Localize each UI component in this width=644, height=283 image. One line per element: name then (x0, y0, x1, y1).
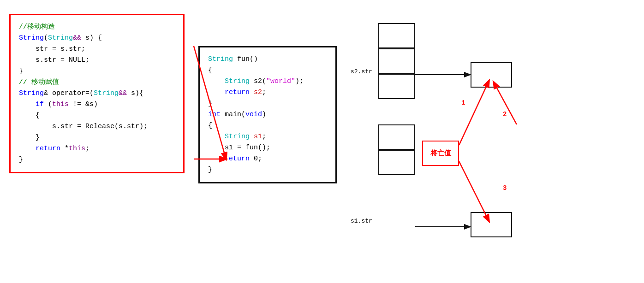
s2-str-label: s2.str (351, 68, 372, 75)
stack-block-s1 (378, 124, 415, 150)
main-container: //移动构造 String(String&& s) { str = s.str;… (0, 0, 644, 283)
left-code-box: //移动构造 String(String&& s) { str = s.str;… (9, 14, 185, 173)
diagram-area: s2.str s1.str 将亡值 1 2 3 (351, 14, 544, 281)
heap-block-s1 (471, 212, 512, 237)
code-line: String s2("world"); (208, 76, 327, 87)
code-line: str = s.str; (19, 44, 175, 55)
stack-block-bottom (378, 150, 415, 175)
code-line: } (19, 154, 175, 165)
code-line: { (208, 120, 327, 131)
code-line: } (19, 66, 175, 77)
heap-block-s2 (471, 62, 512, 88)
code-line: } (19, 132, 175, 143)
code-line: String(String&& s) { (19, 33, 175, 44)
stack-block-mid (378, 74, 415, 99)
stack-block-top (378, 23, 415, 48)
code-line: } (208, 98, 327, 109)
code-line: return 0; (208, 153, 327, 165)
middle-code-box: String fun() { String s2("world"); retur… (198, 46, 337, 183)
code-line: s1 = fun(); (208, 142, 327, 153)
number-label-2: 2 (503, 111, 507, 118)
code-line: String& operator=(String&& s){ (19, 88, 175, 99)
s1-str-label: s1.str (351, 218, 372, 224)
code-line: return *this; (19, 143, 175, 154)
code-line: s.str = Release(s.str); (19, 121, 175, 132)
code-line: s.str = NULL; (19, 55, 175, 66)
code-line: String fun() (208, 54, 327, 65)
comment-move-assign: // 移动赋值 (19, 77, 175, 88)
dying-value-box: 将亡值 (422, 141, 459, 166)
stack-block-dying (378, 99, 415, 124)
number-label-1: 1 (461, 99, 465, 106)
stack-block-s2 (378, 48, 415, 74)
number-label-3: 3 (503, 184, 507, 192)
svg-line-2 (459, 81, 489, 145)
code-line: String s1; (208, 131, 327, 142)
code-line: return s2; (208, 87, 327, 98)
code-line: { (19, 110, 175, 121)
stack-column (378, 23, 415, 175)
code-line: { (208, 65, 327, 76)
code-line: int main(void) (208, 109, 327, 120)
comment-move-construct: //移动构造 (19, 22, 175, 33)
code-line: if (this != &s) (19, 99, 175, 110)
code-line: } (208, 165, 327, 176)
svg-line-3 (494, 82, 517, 124)
